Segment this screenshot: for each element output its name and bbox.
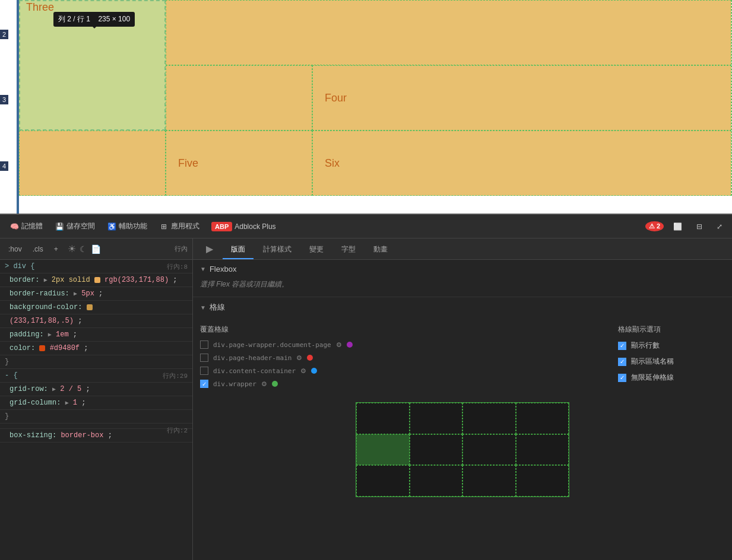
viewport-area: 2 3 4 列 2 / 行 1 235 × 100 Three Four Fiv… [0,0,732,215]
grid-visual: Three Four Five Six [18,0,732,214]
row-indicator-4: 4 [0,161,8,171]
cell-five: Five [166,131,312,196]
cell-six: Six [312,131,731,196]
cell-mid-left [166,65,312,131]
row-indicator-2: 2 [0,30,8,39]
cell-bot-left [19,131,166,196]
cell-top-orange [166,0,731,65]
row-indicator-3: 3 [0,95,8,104]
cell-four: Four [312,65,731,131]
grid-tooltip: 列 2 / 行 1 235 × 100 [53,12,135,27]
